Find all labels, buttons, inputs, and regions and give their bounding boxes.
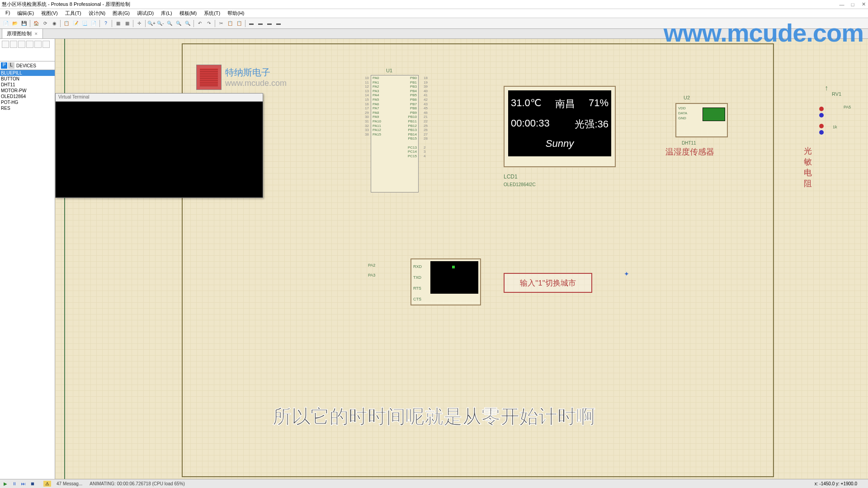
- zoom-all-icon[interactable]: 🔍: [184, 19, 192, 28]
- menu-library[interactable]: 库(L): [157, 9, 175, 18]
- menu-debug[interactable]: 调试(D): [133, 9, 157, 18]
- mcu-pins-left: PA0PA1PA2PA3PA4PA5PA6PA7PA8PA9PA10PA11PA…: [373, 76, 381, 136]
- tool-junction[interactable]: [18, 41, 25, 48]
- messages-count[interactable]: 47 Messag...: [57, 481, 82, 486]
- menubar: F) 编辑(E) 视图(V) 工具(T) 设计(N) 图表(G) 调试(D) 库…: [0, 9, 868, 18]
- virtual-terminal-body[interactable]: [56, 102, 263, 197]
- device-list: BLUEPILL BUTTON DHT11 MOTOR-PW OLED12864…: [0, 70, 55, 111]
- oled-temp: 31.0℃: [511, 97, 542, 111]
- mcu-component[interactable]: U1 PA0PA1PA2PA3PA4PA5PA6PA7PA8PA9PA10PA1…: [345, 70, 444, 202]
- close-button[interactable]: ✕: [861, 2, 866, 7]
- dht-component[interactable]: U2 VDDDATAGND DHT11 温湿度传感器: [675, 103, 728, 137]
- redo-icon[interactable]: ↷: [205, 19, 213, 28]
- maximize-button[interactable]: □: [850, 2, 855, 7]
- lib-button[interactable]: L: [8, 62, 14, 69]
- statusbar: ▶ ⏸ ⏭ ⏹ ⚠ 47 Messag... ANIMATING: 00:00:…: [0, 479, 868, 488]
- copy-icon[interactable]: 📋: [226, 19, 234, 28]
- oled-time: 00:00:33: [511, 117, 550, 131]
- save-icon[interactable]: 💾: [20, 19, 28, 28]
- serial-pins: RXDTXDRTSCTS: [413, 261, 422, 305]
- home-icon[interactable]: 🏠: [32, 19, 40, 28]
- mcu-ref: U1: [386, 68, 392, 73]
- list-icon[interactable]: 📃: [80, 19, 89, 28]
- oled-humidity: 71%: [589, 97, 609, 111]
- logo-url: www.mcude.com: [225, 79, 287, 88]
- tab-close-icon[interactable]: ✕: [34, 32, 38, 36]
- oled-model: OLED12864I2C: [504, 182, 536, 187]
- minimize-button[interactable]: —: [839, 2, 844, 7]
- stop-button[interactable]: ⏹: [29, 481, 36, 487]
- ldr-1k: 1k: [833, 125, 837, 129]
- tab-label: 原理图绘制: [7, 30, 32, 37]
- oled-screen: 31.0℃ 南昌 71% 00:00:33 光强:36 Sunny: [508, 90, 611, 156]
- animating-status: ANIMATING: 00:00:06.726718 (CPU load 65%…: [90, 481, 184, 486]
- pick-button[interactable]: P: [1, 62, 7, 69]
- device-button[interactable]: BUTTON: [0, 76, 55, 82]
- menu-chart[interactable]: 图表(G): [109, 9, 133, 18]
- titlebar: 慧小区环境检测系统 - Proteus 8 Professional - 原理图…: [0, 0, 868, 9]
- block2-icon[interactable]: ▬: [256, 19, 264, 28]
- dht-label-cn: 温湿度传感器: [665, 146, 714, 157]
- block3-icon[interactable]: ▬: [265, 19, 274, 28]
- menu-system[interactable]: 系统(T): [200, 9, 224, 18]
- doc-icon[interactable]: 📄: [90, 19, 98, 28]
- menu-tools[interactable]: 工具(T): [61, 9, 85, 18]
- dht-ref: U2: [684, 95, 690, 100]
- zoom-out-icon[interactable]: 🔍-: [156, 19, 165, 28]
- device-dht11[interactable]: DHT11: [0, 82, 55, 88]
- city-switch-label: 输入"1"切换城市: [504, 273, 592, 293]
- grid2-icon[interactable]: ▦: [123, 19, 131, 28]
- zoom-in-icon[interactable]: 🔍+: [147, 19, 156, 28]
- logo-text: 特纳斯电子: [225, 66, 287, 79]
- zoom-fit-icon[interactable]: 🔍: [165, 19, 174, 28]
- devices-label: DEVICES: [16, 63, 36, 68]
- device-motor[interactable]: MOTOR-PW: [0, 88, 55, 94]
- mcu-pins-right: PB0PB1PB3PB4PB5PB6PB7PB8PB9PB10PB11PB12P…: [408, 76, 417, 158]
- menu-edit[interactable]: 编辑(E): [14, 9, 38, 18]
- paste-icon[interactable]: 📋: [235, 19, 243, 28]
- block-icon[interactable]: ▬: [247, 19, 255, 28]
- virtual-terminal-window[interactable]: Virtual Terminal: [55, 93, 263, 198]
- pause-button[interactable]: ⏸: [11, 481, 18, 487]
- grid-icon[interactable]: ▦: [114, 19, 122, 28]
- oled-component[interactable]: 31.0℃ 南昌 71% 00:00:33 光强:36 Sunny LCD1 O…: [504, 86, 616, 167]
- help-icon[interactable]: ?: [102, 19, 110, 28]
- menu-file[interactable]: F): [2, 9, 14, 18]
- cut-icon[interactable]: ✂: [217, 19, 225, 28]
- device-bluepill[interactable]: BLUEPILL: [0, 70, 55, 76]
- oled-city: 南昌: [555, 97, 575, 111]
- new-icon[interactable]: 📄: [2, 19, 10, 28]
- center-icon[interactable]: ✛: [135, 19, 143, 28]
- device-res[interactable]: RES: [0, 105, 55, 111]
- menu-template[interactable]: 模板(M): [176, 9, 201, 18]
- tool-select[interactable]: [2, 41, 9, 48]
- step-button[interactable]: ⏭: [20, 481, 27, 487]
- warning-badge[interactable]: ⚠: [43, 481, 51, 487]
- notes-icon[interactable]: 📝: [71, 19, 80, 28]
- oled-light: 光强:36: [575, 117, 609, 131]
- subtitle-caption: 所以它的时时间呢就是从零开始计时啊: [273, 404, 595, 429]
- tool-bus[interactable]: [42, 41, 50, 48]
- play-button[interactable]: ▶: [2, 481, 9, 487]
- ldr-ref: RV1: [832, 91, 841, 97]
- ldr-label-cn: 光敏电阻: [804, 145, 812, 189]
- tool-component[interactable]: [10, 41, 17, 48]
- target-icon[interactable]: ◉: [50, 19, 58, 28]
- zoom-area-icon[interactable]: 🔍: [175, 19, 183, 28]
- device-pot[interactable]: POT-HG: [0, 99, 55, 105]
- menu-design[interactable]: 设计(N): [85, 9, 109, 18]
- menu-view[interactable]: 视图(V): [38, 9, 61, 18]
- open-icon[interactable]: 📂: [11, 19, 19, 28]
- serial-component[interactable]: PA2PA3 RXDTXDRTSCTS: [368, 258, 486, 306]
- device-oled[interactable]: OLED12864: [0, 94, 55, 99]
- oled-ref: LCD1: [504, 174, 518, 180]
- watermark: www.mcude.com: [664, 18, 863, 47]
- tool-text[interactable]: [34, 41, 42, 48]
- undo-icon[interactable]: ↶: [196, 19, 204, 28]
- tool-label[interactable]: [26, 41, 33, 48]
- block4-icon[interactable]: ▬: [274, 19, 283, 28]
- menu-help[interactable]: 帮助(H): [224, 9, 248, 18]
- refresh-icon[interactable]: ⟳: [41, 19, 49, 28]
- tab-schematic[interactable]: 原理图绘制 ✕: [2, 28, 43, 38]
- text-icon[interactable]: 📋: [62, 19, 71, 28]
